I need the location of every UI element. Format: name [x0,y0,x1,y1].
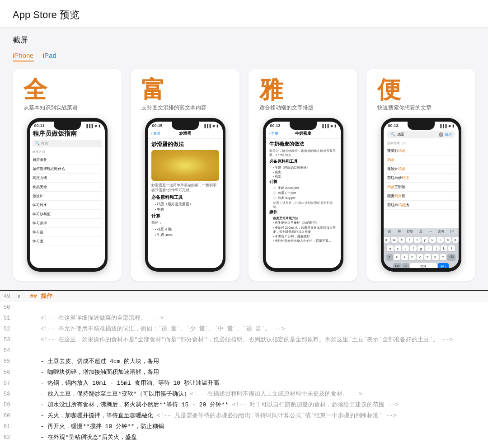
word-suggestion[interactable]: 和 [398,229,401,234]
back-button-p2[interactable]: ‹ 素菜 [151,131,161,136]
key-b[interactable]: b [424,254,431,260]
key-delete[interactable]: ⌫ [447,254,455,260]
key-l[interactable]: l [448,245,455,251]
key-u[interactable]: u [429,237,436,243]
chevron-icon: › [101,212,102,216]
list-item-text: 微波炉 [33,193,43,198]
key-h[interactable]: h [425,245,432,251]
p4-search-bar[interactable]: 🔍 鸡蛋 ✕ 取消 [387,131,455,138]
word-suggestion[interactable]: |◁ [450,229,454,234]
key-q[interactable]: q [384,237,390,243]
signal-icon: ▐▐▐ [85,124,93,128]
list-item[interactable]: 学习煮 › [33,237,102,246]
list-item[interactable]: 学习炒与煎 › [33,210,102,219]
key-return[interactable]: 换行 [438,263,449,268]
keyboard-row-1: q w e r t y u i o p [384,235,459,244]
key-k[interactable]: k [441,245,447,251]
key-t[interactable]: t [414,237,421,243]
key-r[interactable]: r [406,237,413,243]
expand-icon[interactable]: ∨ [17,292,26,302]
result-item[interactable]: 菠菜炒鸡蛋 › [384,146,459,156]
word-suggestion[interactable]: 一 [429,229,432,234]
line-number: 59 [0,400,17,410]
key-o[interactable]: o [445,237,451,243]
key-n[interactable]: n [432,254,439,260]
word-suggestion[interactable]: 打散 [407,229,413,234]
key-emoji[interactable]: ☺ [402,263,409,268]
phone-char-4: 便 [377,78,401,101]
phone-char-1: 全 [23,78,47,101]
list-item[interactable]: 微波炉 › [33,192,102,201]
key-s[interactable]: s [394,245,401,251]
key-d[interactable]: d [402,245,409,251]
result-text: 燕麦鸡蛋饼 [387,193,405,198]
p2-calc-label: 每份： [151,221,219,226]
key-f[interactable]: f [410,245,417,251]
key-m[interactable]: m [440,254,447,260]
key-i[interactable]: i [437,237,444,243]
section-label: 截屏 [13,35,475,45]
phones-row: 全 从基本知识到实战菜谱 00:11 ▐▐▐ ◈ ▮ 程序员做饭指南 [13,69,475,281]
result-item[interactable]: 西红柿鸡蛋汤 › [384,201,459,210]
line-number: 58 [0,389,17,399]
code-line-53: 53 <!-- 在这里，如果操作的食材不是"全部食材"而是"部分食材"，也必须指… [0,335,488,345]
key-z[interactable]: z [394,254,400,260]
word-suggestion[interactable]: 是 [419,229,422,234]
result-item[interactable]: 西红柿炒鸡蛋 › [384,174,459,183]
list-item[interactable]: 学习焯水 › [33,201,102,210]
result-text: 西红柿炒鸡蛋 [387,175,409,180]
p1-section-label: 做菜之前 [33,150,102,154]
calc-text: 燕麦 40g/per [278,196,296,200]
key-p[interactable]: p [452,237,459,243]
phone-desc-2: 支持图文混排的富文本内容 [141,104,206,112]
p3-op-title: 燕麦烹饪常规方法 [269,216,337,220]
key-x[interactable]: x [401,254,408,260]
list-item[interactable]: 学习凉拌 › [33,219,102,228]
list-item[interactable]: 厨房准备 › [33,156,102,165]
list-item[interactable]: 学习蒸 › [33,228,102,237]
phone-notch-3 [290,122,317,130]
list-item[interactable]: 食品安全 › [33,183,102,192]
key-123[interactable]: 123 [393,263,401,268]
code-line-50: 50 [0,302,488,313]
p4-clear-icon[interactable]: ✕ [439,132,443,137]
result-text: 微波炉鸡蛋 [387,166,405,171]
key-space[interactable]: 空格 [410,263,437,268]
key-a[interactable]: a [387,245,394,251]
key-shift[interactable]: ⇧ [386,254,393,260]
phone-mockup-1: 00:11 ▐▐▐ ◈ ▮ 程序员做饭指南 🔍 搜索 做菜之前 [27,118,108,272]
key-g[interactable]: g [418,245,424,251]
p1-search[interactable]: 🔍 搜索 [33,140,102,147]
calc-icon [273,186,277,190]
result-item[interactable]: 燕麦鸡蛋饼 › [384,192,459,201]
key-v[interactable]: v [417,254,423,260]
result-item[interactable]: 微波炉鸡蛋 › [384,165,459,174]
keyboard-row-3: ⇧ z x c v b n m ⌫ [384,252,459,261]
line-content: <!-- 在这里，如果操作的食材不是"全部食材"而是"部分食材"，也必须指明。否… [26,335,488,345]
result-item[interactable]: 鸡蛋三明治 › [384,183,459,192]
p2-bullet: • 鸡蛋（最好是无菌蛋） [151,202,219,207]
list-item[interactable]: 高压力锅 › [33,174,102,183]
keyboard: 的 和 打散 是 一 含有 |◁ q w e [384,228,459,268]
list-item[interactable]: 如何选择现在吃什么 › [33,165,102,174]
p4-cancel-button[interactable]: 取消 [445,132,451,137]
result-item[interactable]: 鸡蛋 › [384,156,459,165]
code-line-55: 55 - 土豆去皮、切成不超过 4cm 的大块，备用 [0,356,488,367]
line-number: 56 [0,368,17,377]
p1-search-text: 搜索 [41,141,48,146]
key-j[interactable]: j [433,245,440,251]
key-e[interactable]: e [399,237,405,243]
word-suggestion[interactable]: 含有 [438,229,444,234]
key-c[interactable]: c [409,254,416,260]
battery-icon: ▮ [216,124,218,128]
chevron-icon: › [454,149,455,153]
header: App Store 预览 [0,0,488,28]
word-suggestion[interactable]: 的 [388,229,391,234]
key-w[interactable]: w [391,237,398,243]
back-button-p3[interactable]: ‹ 早餐 [269,131,279,136]
tab-iphone[interactable]: iPhone [13,52,34,61]
key-y[interactable]: y [422,237,428,243]
p3-section3: 操作 [269,209,337,215]
tab-ipad[interactable]: iPad [43,52,56,61]
status-time-3: 00:13 [270,123,281,128]
